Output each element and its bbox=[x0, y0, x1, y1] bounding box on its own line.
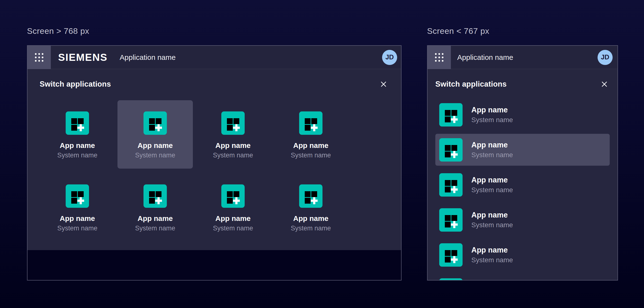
app-tile[interactable]: App name System name bbox=[118, 173, 193, 242]
system-name: System name bbox=[135, 152, 175, 159]
system-name: System name bbox=[291, 224, 331, 232]
app-name: App name bbox=[471, 246, 513, 254]
app-launcher-button[interactable] bbox=[428, 46, 451, 69]
app-name: App name bbox=[471, 140, 513, 150]
close-button[interactable] bbox=[599, 79, 610, 90]
system-name: System name bbox=[213, 152, 253, 159]
system-name: System name bbox=[57, 152, 97, 159]
app-name: App name bbox=[138, 214, 173, 222]
panel-header: Switch applications bbox=[40, 79, 389, 90]
system-name: System name bbox=[213, 224, 253, 232]
app-tile-icon bbox=[221, 184, 245, 208]
app-tile[interactable]: App name System name bbox=[195, 100, 271, 168]
close-icon bbox=[600, 80, 609, 88]
panel-title: Switch applications bbox=[435, 80, 506, 88]
desktop-breakpoint-example: Screen > 768 px SIEMENS Application name… bbox=[27, 25, 402, 280]
app-list-item[interactable]: App name System name bbox=[435, 274, 610, 280]
app-tile-icon bbox=[439, 173, 462, 196]
system-name: System name bbox=[57, 224, 97, 232]
app-name: App name bbox=[471, 176, 513, 184]
app-tile[interactable]: App name System name bbox=[118, 100, 193, 168]
app-item-text: App name System name bbox=[471, 246, 513, 264]
app-tile-icon bbox=[299, 112, 322, 135]
app-tile-grid: App name System name App name Sy bbox=[40, 100, 389, 242]
user-avatar[interactable]: JD bbox=[598, 50, 613, 65]
system-name: System name bbox=[471, 221, 513, 229]
app-name: App name bbox=[60, 214, 95, 222]
mobile-breakpoint-example: Screen < 767 px Application name JD Swit… bbox=[427, 25, 618, 280]
app-tile-icon bbox=[439, 138, 462, 162]
app-name: App name bbox=[471, 211, 513, 220]
app-name: App name bbox=[215, 141, 250, 150]
app-list: App name System name bbox=[435, 99, 610, 280]
application-name: Application name bbox=[120, 53, 176, 62]
panel-header: Switch applications bbox=[435, 79, 610, 90]
siemens-logo: SIEMENS bbox=[58, 52, 108, 63]
app-launcher-grid-icon bbox=[434, 52, 444, 63]
app-launcher-grid-icon bbox=[34, 52, 44, 63]
app-list-item[interactable]: App name System name bbox=[435, 99, 610, 131]
app-name: App name bbox=[60, 141, 95, 150]
close-icon bbox=[379, 80, 388, 88]
app-name: App name bbox=[138, 141, 173, 150]
system-name: System name bbox=[291, 152, 331, 159]
app-item-text: App name System name bbox=[471, 140, 513, 159]
system-name: System name bbox=[471, 186, 513, 194]
switch-applications-panel: Switch applications bbox=[28, 69, 401, 250]
app-tile[interactable]: App name System name bbox=[40, 100, 115, 168]
app-item-text: App name System name bbox=[471, 106, 513, 124]
panel-title: Switch applications bbox=[40, 80, 111, 88]
app-name: App name bbox=[293, 141, 328, 150]
system-name: System name bbox=[471, 151, 513, 159]
app-list-item[interactable]: App name System name bbox=[435, 204, 610, 236]
page-content-behind-overlay bbox=[28, 250, 401, 280]
app-tile[interactable]: App name System name bbox=[40, 173, 115, 242]
app-tile-icon bbox=[144, 184, 167, 208]
app-tile-icon bbox=[439, 103, 462, 126]
app-list-item[interactable]: App name System name bbox=[435, 169, 610, 201]
desktop-app-window: SIEMENS Application name JD Switch appli… bbox=[27, 45, 402, 280]
app-header: SIEMENS Application name JD bbox=[28, 46, 401, 69]
close-button[interactable] bbox=[378, 79, 389, 90]
breakpoint-label: Screen > 768 px bbox=[27, 25, 402, 36]
app-name: App name bbox=[215, 214, 250, 222]
app-item-text: App name System name bbox=[471, 211, 513, 229]
app-tile-icon bbox=[439, 243, 462, 267]
app-tile-icon bbox=[439, 278, 462, 280]
app-tile-icon bbox=[221, 112, 245, 135]
app-tile-icon bbox=[66, 184, 89, 208]
system-name: System name bbox=[135, 224, 175, 232]
app-tile-icon bbox=[66, 112, 89, 135]
app-name: App name bbox=[471, 106, 513, 114]
application-name: Application name bbox=[457, 53, 513, 62]
switch-applications-panel: Switch applications bbox=[428, 69, 618, 280]
system-name: System name bbox=[471, 256, 513, 264]
app-list-item[interactable]: App name System name bbox=[435, 239, 610, 271]
user-avatar[interactable]: JD bbox=[382, 50, 397, 65]
app-name: App name bbox=[293, 214, 328, 222]
breakpoint-label: Screen < 767 px bbox=[427, 25, 618, 36]
app-tile[interactable]: App name System name bbox=[273, 100, 348, 168]
app-tile-icon bbox=[144, 112, 167, 135]
app-launcher-button[interactable] bbox=[28, 46, 51, 69]
app-list-item[interactable]: App name System name bbox=[435, 134, 610, 166]
app-tile-icon bbox=[439, 208, 462, 232]
system-name: System name bbox=[471, 116, 513, 124]
app-tile[interactable]: App name System name bbox=[273, 173, 348, 242]
app-tile-icon bbox=[299, 184, 322, 208]
app-item-text: App name System name bbox=[471, 176, 513, 194]
mobile-app-window: Application name JD Switch applications bbox=[427, 45, 618, 280]
app-tile[interactable]: App name System name bbox=[195, 173, 271, 242]
app-header: Application name JD bbox=[428, 46, 618, 69]
